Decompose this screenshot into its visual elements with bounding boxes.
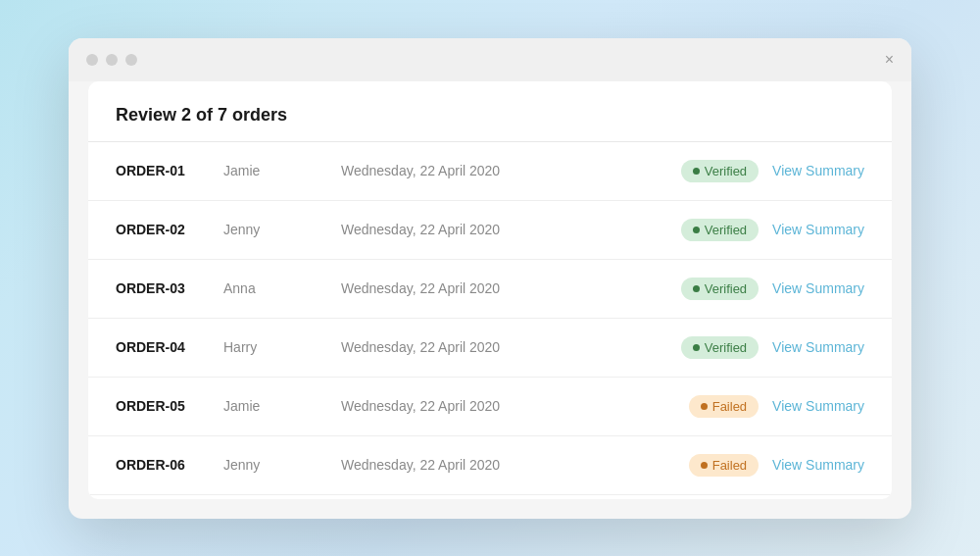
status-dot: [693, 168, 700, 175]
order-actions: Failed View Summary: [689, 454, 864, 477]
status-label: Verified: [705, 281, 747, 296]
order-actions: Verified View Summary: [681, 278, 864, 300]
titlebar: ×: [69, 38, 911, 81]
orders-list: ORDER-01 Jamie Wednesday, 22 April 2020 …: [88, 142, 892, 499]
order-name: Jamie: [223, 398, 341, 414]
order-id: ORDER-02: [116, 222, 223, 237]
order-id: ORDER-05: [116, 398, 223, 414]
view-summary-button[interactable]: View Summary: [772, 163, 864, 178]
page-title: Review 2 of 7 orders: [116, 105, 864, 126]
main-content: Review 2 of 7 orders ORDER-01 Jamie Wedn…: [88, 81, 892, 499]
view-summary-button[interactable]: View Summary: [772, 222, 864, 237]
order-actions: Verified View Summary: [681, 219, 864, 241]
order-id: ORDER-03: [116, 280, 223, 296]
order-id: ORDER-06: [116, 457, 223, 473]
order-date: Wednesday, 22 April 2020: [341, 280, 681, 296]
status-dot: [701, 403, 708, 410]
order-date: Wednesday, 22 April 2020: [341, 339, 681, 355]
view-summary-button[interactable]: View Summary: [772, 280, 864, 296]
status-dot: [701, 462, 708, 469]
traffic-light-green: [125, 54, 137, 66]
view-summary-button[interactable]: View Summary: [772, 457, 864, 473]
table-row: ORDER-02 Jenny Wednesday, 22 April 2020 …: [88, 201, 892, 260]
status-label: Verified: [705, 340, 747, 355]
table-row: ORDER-01 Jamie Wednesday, 22 April 2020 …: [88, 142, 892, 201]
status-badge: Failed: [689, 454, 759, 477]
order-name: Jenny: [223, 457, 341, 473]
order-name: Jenny: [223, 222, 341, 237]
status-label: Verified: [705, 223, 747, 237]
table-row: ORDER-03 Anna Wednesday, 22 April 2020 V…: [88, 260, 892, 319]
order-date: Wednesday, 22 April 2020: [341, 222, 681, 237]
status-badge: Verified: [681, 336, 759, 359]
order-name: Jamie: [223, 163, 341, 178]
status-badge: Verified: [681, 219, 759, 241]
status-label: Verified: [705, 164, 747, 178]
close-button[interactable]: ×: [885, 52, 894, 68]
traffic-light-red: [86, 54, 98, 66]
status-dot: [693, 227, 700, 233]
header: Review 2 of 7 orders: [88, 81, 892, 142]
order-date: Wednesday, 22 April 2020: [341, 163, 681, 178]
traffic-light-yellow: [106, 54, 118, 66]
status-dot: [693, 285, 700, 292]
view-summary-button[interactable]: View Summary: [772, 398, 864, 414]
table-row: ORDER-05 Jamie Wednesday, 22 April 2020 …: [88, 378, 892, 436]
order-name: Harry: [223, 339, 341, 355]
order-actions: Verified View Summary: [681, 160, 864, 182]
table-row: ORDER-06 Jenny Wednesday, 22 April 2020 …: [88, 436, 892, 495]
app-window: × Review 2 of 7 orders ORDER-01 Jamie We…: [69, 38, 911, 519]
order-name: Anna: [223, 280, 341, 296]
order-date: Wednesday, 22 April 2020: [341, 398, 689, 414]
order-actions: Failed View Summary: [689, 395, 864, 418]
order-date: Wednesday, 22 April 2020: [341, 457, 689, 473]
order-id: ORDER-04: [116, 339, 223, 355]
status-badge: Verified: [681, 278, 759, 300]
status-label: Failed: [712, 399, 747, 414]
traffic-lights: [86, 54, 137, 66]
order-actions: Verified View Summary: [681, 336, 864, 359]
status-badge: Failed: [689, 395, 759, 418]
status-badge: Verified: [681, 160, 759, 182]
order-id: ORDER-01: [116, 163, 223, 178]
status-dot: [693, 344, 700, 351]
status-label: Failed: [712, 458, 747, 473]
view-summary-button[interactable]: View Summary: [772, 339, 864, 355]
table-row: ORDER-04 Harry Wednesday, 22 April 2020 …: [88, 319, 892, 378]
